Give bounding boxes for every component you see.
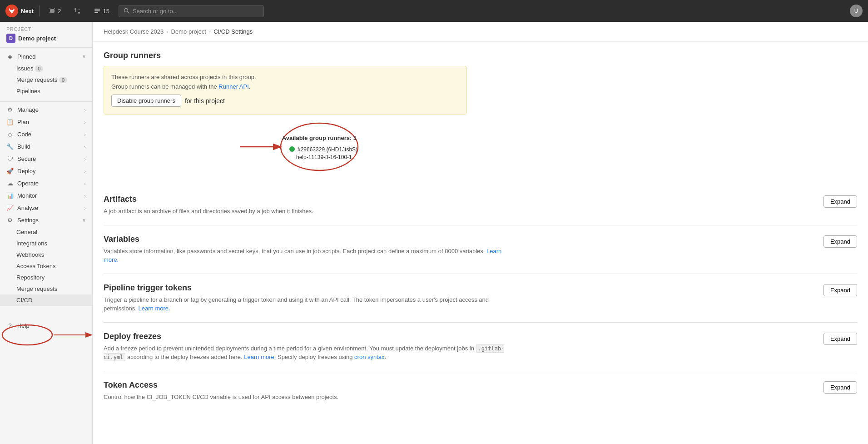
svg-point-9 [289, 146, 295, 152]
brand: Next [5, 5, 34, 17]
sidebar-item-general[interactable]: General [0, 226, 92, 238]
topbar: Next 2 15 U [0, 0, 868, 22]
todo-icon-btn[interactable]: 15 [90, 5, 113, 16]
sidebar-item-cicd[interactable]: CI/CD [0, 294, 92, 306]
avatar[interactable]: U [850, 5, 863, 17]
help-label: Help [17, 322, 30, 329]
section-variables: Variables Variables store information, l… [104, 225, 857, 274]
sidebar-project-label: Project [6, 26, 86, 32]
sidebar-item-analyze[interactable]: 📈 Analyze › [0, 202, 92, 214]
sidebar-pinned-label: Pinned [17, 53, 35, 60]
pin-icon: ◈ [6, 53, 14, 60]
sidebar-project: Project D Demo project [0, 22, 92, 48]
sidebar-item-monitor[interactable]: 📊 Monitor › [0, 190, 92, 202]
deploy-freezes-desc: Add a freeze period to prevent unintende… [104, 344, 512, 362]
deploy-freezes-title: Deploy freezes [104, 332, 512, 341]
sidebar-item-help[interactable]: ? Help [0, 319, 92, 332]
issues-count: 2 [58, 8, 61, 15]
token-access-title: Token Access [104, 380, 338, 390]
manage-chevron: › [84, 107, 86, 113]
group-runners-section: Group runners These runners are shared a… [104, 42, 857, 185]
sidebar-project-name: D Demo project [6, 34, 86, 43]
merge-request-icon-btn[interactable]: 2 [45, 5, 64, 16]
search-bar[interactable] [119, 5, 264, 17]
sidebar-item-settings[interactable]: ⚙ Settings ∨ [0, 214, 92, 226]
variables-expand-btn[interactable]: Expand [823, 235, 857, 248]
variables-desc: Variables store information, like passwo… [104, 247, 512, 264]
operate-chevron: › [84, 181, 86, 186]
svg-point-0 [74, 8, 76, 10]
brand-label: Next [21, 8, 34, 15]
sidebar-item-manage[interactable]: ⚙ Manage › [0, 104, 92, 116]
section-artifacts: Artifacts A job artifact is an archive o… [104, 185, 857, 225]
sidebar: Project D Demo project ◈ Pinned ∨ Issues… [0, 22, 93, 444]
artifacts-title: Artifacts [104, 195, 313, 204]
sidebar-item-pipelines[interactable]: Pipelines [0, 85, 92, 97]
deploy-freezes-learn-more-link[interactable]: Learn more. [244, 354, 276, 360]
svg-text:Available group runners: 1: Available group runners: 1 [282, 135, 357, 141]
main-layout: Project D Demo project ◈ Pinned ∨ Issues… [0, 22, 868, 444]
sidebar-item-secure[interactable]: 🛡 Secure › [0, 153, 92, 165]
code-icon: ◇ [6, 131, 14, 138]
code-chevron: › [84, 132, 86, 137]
svg-rect-2 [94, 9, 100, 10]
artifacts-expand-btn[interactable]: Expand [823, 195, 857, 208]
sidebar-item-merge-requests-settings[interactable]: Merge requests [0, 283, 92, 294]
breadcrumb-demo-project[interactable]: Demo project [171, 28, 206, 35]
deploy-freezes-expand-btn[interactable]: Expand [823, 333, 857, 345]
sidebar-item-build[interactable]: 🔧 Build › [0, 140, 92, 153]
svg-rect-4 [94, 12, 98, 13]
token-access-desc: Control how the CI_JOB_TOKEN CI/CD varia… [104, 393, 338, 402]
disable-group-runners-btn[interactable]: Disable group runners [111, 95, 181, 107]
sidebar-item-integrations[interactable]: Integrations [0, 238, 92, 249]
runners-visual: Available group runners: 1 #29663329 (6H… [104, 122, 512, 176]
project-avatar: D [6, 34, 15, 43]
mr-icon-btn[interactable] [70, 5, 84, 16]
artifacts-desc: A job artifact is an archive of files an… [104, 207, 313, 216]
sidebar-item-operate[interactable]: ☁ Operate › [0, 177, 92, 190]
sidebar-item-pinned[interactable]: ◈ Pinned ∨ [0, 50, 92, 63]
sidebar-item-webhooks[interactable]: Webhooks [0, 249, 92, 260]
todo-count: 15 [103, 8, 109, 15]
sidebar-item-plan[interactable]: 📋 Plan › [0, 116, 92, 128]
pipeline-trigger-learn-more-link[interactable]: Learn more. [139, 305, 170, 312]
runners-info-line1: These runners are shared across projects… [111, 74, 459, 80]
analyze-chevron: › [84, 205, 86, 211]
main-content: Helpdesk Course 2023 › Demo project › CI… [93, 22, 868, 444]
sidebar-section-pinned: ◈ Pinned ∨ Issues 0 Merge requests 0 Pip… [0, 48, 92, 100]
svg-point-5 [124, 9, 128, 12]
deploy-chevron: › [84, 169, 86, 174]
runner-arrow-svg: Available group runners: 1 #29663329 (6H… [203, 117, 362, 176]
sidebar-item-code[interactable]: ◇ Code › [0, 128, 92, 140]
variables-learn-more-link[interactable]: Learn more. [104, 248, 501, 264]
section-token-access: Token Access Control how the CI_JOB_TOKE… [104, 371, 857, 411]
sidebar-item-access-tokens[interactable]: Access Tokens [0, 260, 92, 272]
sidebar-item-issues[interactable]: Issues 0 [0, 63, 92, 74]
breadcrumb-current: CI/CD Settings [213, 28, 253, 35]
variables-title: Variables [104, 234, 512, 244]
secure-chevron: › [84, 156, 86, 162]
gitlab-ci-yml-code: .gitlab-ci.yml [104, 344, 504, 362]
plan-icon: 📋 [6, 119, 14, 125]
sidebar-item-repository[interactable]: Repository [0, 272, 92, 283]
content-body: Group runners These runners are shared a… [93, 42, 868, 429]
pipeline-trigger-desc: Trigger a pipeline for a branch or tag b… [104, 295, 512, 313]
group-runners-title: Group runners [104, 51, 857, 60]
gitlab-logo [5, 5, 18, 17]
breadcrumb-helpdesk[interactable]: Helpdesk Course 2023 [104, 28, 164, 35]
monitor-icon: 📊 [6, 192, 14, 199]
settings-icon: ⚙ [6, 217, 14, 224]
topbar-divider [39, 5, 40, 16]
token-access-expand-btn[interactable]: Expand [823, 381, 857, 394]
search-input[interactable] [133, 8, 259, 15]
pipeline-trigger-expand-btn[interactable]: Expand [823, 284, 857, 296]
operate-icon: ☁ [6, 180, 14, 187]
sidebar-item-deploy[interactable]: 🚀 Deploy › [0, 165, 92, 177]
svg-rect-3 [94, 10, 100, 11]
sidebar-item-merge-requests[interactable]: Merge requests 0 [0, 74, 92, 85]
section-pipeline-trigger-tokens: Pipeline trigger tokens Trigger a pipeli… [104, 274, 857, 323]
svg-point-1 [78, 12, 80, 14]
deploy-freezes-cron-link[interactable]: cron syntax [354, 354, 384, 360]
svg-text:#29663329 (6HD1JtsbS): #29663329 (6HD1JtsbS) [298, 146, 357, 153]
runner-api-link[interactable]: Runner API [218, 83, 249, 90]
